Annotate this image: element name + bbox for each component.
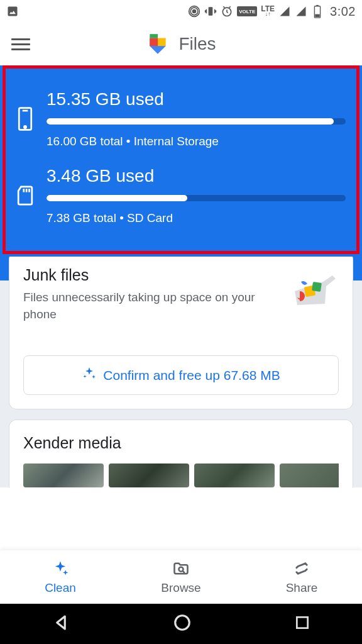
app-bar: Files — [0, 23, 362, 65]
internal-storage-row[interactable]: 15.35 GB used 16.00 GB total • Internal … — [0, 80, 362, 157]
internal-used-label: 15.35 GB used — [47, 89, 346, 109]
back-button[interactable] — [52, 613, 70, 635]
clock: 3:02 — [330, 4, 356, 19]
nav-browse-label: Browse — [161, 581, 200, 595]
svg-rect-0 — [8, 7, 18, 16]
media-thumb[interactable] — [23, 464, 104, 487]
storage-overview: 15.35 GB used 16.00 GB total • Internal … — [0, 65, 362, 257]
svg-point-1 — [193, 10, 196, 13]
media-thumb[interactable] — [194, 464, 275, 487]
svg-line-18 — [183, 571, 185, 573]
hotspot-icon — [188, 5, 200, 18]
svg-rect-16 — [312, 282, 322, 292]
signal-icon — [278, 5, 291, 18]
share-icon — [292, 560, 311, 577]
svg-point-19 — [175, 616, 190, 630]
xender-media-card: Xender media — [9, 419, 353, 487]
svg-point-11 — [24, 126, 26, 128]
clean-icon — [51, 560, 70, 577]
sd-progress — [47, 195, 346, 201]
svg-point-17 — [179, 567, 184, 571]
media-thumb[interactable] — [280, 464, 339, 487]
recents-button[interactable] — [294, 614, 310, 633]
system-navigation — [0, 604, 362, 644]
browse-icon — [172, 560, 190, 577]
nav-clean[interactable]: Clean — [0, 550, 121, 604]
phone-icon — [15, 106, 35, 131]
sdcard-storage-row[interactable]: 3.48 GB used 7.38 GB total • SD Card — [0, 157, 362, 234]
junk-files-card: Junk files Files unnecessarily taking up… — [9, 252, 353, 409]
volte-icon: VOLTE — [237, 6, 257, 16]
junk-card-title: Junk files — [23, 266, 281, 284]
svg-rect-7 — [316, 5, 319, 6]
xender-card-title: Xender media — [23, 434, 339, 452]
screenshot-icon — [6, 5, 19, 18]
sdcard-icon — [15, 185, 35, 206]
nav-browse[interactable]: Browse — [121, 550, 241, 604]
sd-total-label: 7.38 GB total • SD Card — [47, 211, 346, 225]
battery-icon — [311, 5, 324, 18]
bottom-navigation: Clean Browse Share — [0, 550, 362, 604]
svg-rect-20 — [297, 617, 308, 628]
junk-card-desc: Files unnecessarily taking up space on y… — [23, 289, 281, 323]
alarm-icon — [221, 5, 233, 18]
svg-rect-8 — [315, 14, 319, 18]
sparkle-icon — [82, 366, 97, 384]
lte-icon: LTE↓↑ — [261, 5, 275, 18]
app-title: Files — [11, 32, 351, 56]
sd-used-label: 3.48 GB used — [47, 166, 346, 186]
nav-share[interactable]: Share — [241, 550, 362, 604]
confirm-free-button[interactable]: Confirm and free up 67.68 MB — [23, 355, 339, 395]
media-thumbnails[interactable] — [23, 464, 339, 487]
app-title-text: Files — [178, 34, 216, 54]
home-button[interactable] — [173, 613, 192, 635]
confirm-button-label: Confirm and free up 67.68 MB — [103, 368, 280, 383]
nav-clean-label: Clean — [45, 581, 76, 595]
internal-progress — [47, 118, 346, 125]
dustpan-icon — [288, 266, 339, 310]
media-thumb[interactable] — [109, 464, 189, 487]
vibrate-icon — [204, 5, 217, 18]
svg-rect-4 — [209, 7, 213, 15]
files-logo-icon — [146, 32, 170, 56]
signal-icon-2 — [295, 5, 307, 18]
nav-share-label: Share — [286, 581, 318, 595]
internal-total-label: 16.00 GB total • Internal Storage — [47, 135, 346, 148]
status-bar: VOLTE LTE↓↑ 3:02 — [0, 0, 362, 23]
